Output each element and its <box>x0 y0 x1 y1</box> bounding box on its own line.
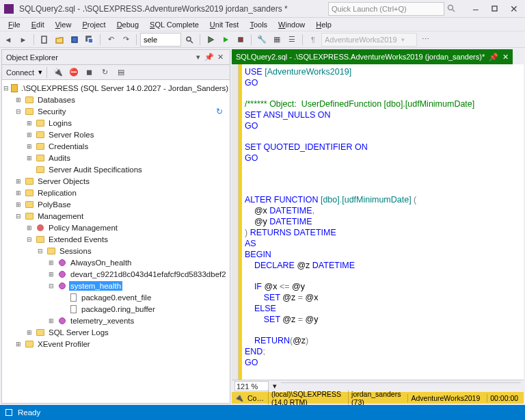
svg-rect-6 <box>88 38 93 43</box>
menu-debug[interactable]: Debug <box>111 19 144 30</box>
debug-button[interactable] <box>219 33 232 47</box>
svg-point-0 <box>448 5 453 10</box>
tree-server-roles[interactable]: ⊞Server Roles <box>3 129 228 140</box>
tree-telemetry[interactable]: ⊞telemetry_xevents <box>3 315 228 326</box>
database-selector[interactable]: AdventureWorks2019▾ <box>321 33 417 47</box>
undo-button[interactable]: ↶ <box>104 33 118 47</box>
window-title: SQLQuery2.sql - .\SQLEXPRESS.AdventureWo… <box>19 4 288 14</box>
tab-label: SQLQuery2.sql - .\SQLEXPRESS.AdventureWo… <box>236 53 485 61</box>
menu-file[interactable]: File <box>3 19 26 30</box>
restore-button[interactable] <box>488 2 502 16</box>
tree-management[interactable]: ⊟Management <box>3 210 228 222</box>
editor-pane: SQLQuery2.sql - .\SQLEXPRESS.AdventureWo… <box>232 49 524 404</box>
menu-sqlcomplete[interactable]: SQL Complete <box>144 19 204 30</box>
search-icon[interactable] <box>447 4 457 14</box>
code-editor[interactable]: USE [AdventureWorks2019] GO /****** Obje… <box>232 64 524 380</box>
save-all-button[interactable] <box>83 33 96 47</box>
menu-edit[interactable]: Edit <box>26 19 50 30</box>
toolbar-row: ◄ ► ↶ ↷ 🔧 ▦ ☰ ¶ AdventureWorks2019▾ ⋯ <box>0 31 525 48</box>
tree-pkg-ringbuffer[interactable]: ·package0.ring_buffer <box>3 303 228 315</box>
redo-button[interactable]: ↷ <box>119 33 133 47</box>
menu-tools[interactable]: Tools <box>244 19 273 30</box>
svg-rect-4 <box>72 37 77 42</box>
tree-system-health[interactable]: ⊟system_health <box>3 280 228 291</box>
app-icon <box>4 4 14 14</box>
tree-devart[interactable]: ⊞devart_c9221d8c043d41efafcf9cd5833dbef2 <box>3 268 228 280</box>
tool-stack-icon[interactable]: ☰ <box>285 33 299 47</box>
zoom-level[interactable]: 121 % <box>234 381 269 391</box>
status-time: 00:00:00 <box>487 394 521 402</box>
conn-status-icon: 🔌 <box>234 393 243 402</box>
svg-line-8 <box>191 40 193 43</box>
tree-security[interactable]: ⊟Security↻ <box>3 105 228 117</box>
svg-line-1 <box>453 10 455 12</box>
tree-polybase[interactable]: ⊞PolyBase <box>3 198 228 210</box>
nav-fwd-button[interactable]: ► <box>16 33 30 47</box>
tree-audits[interactable]: ⊞Audits <box>3 152 228 163</box>
open-button[interactable] <box>53 33 66 47</box>
status-bar: Ready <box>0 405 525 420</box>
tree-logins[interactable]: ⊞Logins <box>3 117 228 129</box>
panel-pin-button[interactable]: 📌 <box>204 52 215 63</box>
comment-button[interactable]: ¶ <box>306 33 320 47</box>
tree-policy-mgmt[interactable]: ⊞Policy Management <box>3 222 228 233</box>
quick-launch-input[interactable]: Quick Launch (Ctrl+Q) <box>328 2 444 16</box>
tool-grid-icon[interactable]: ▦ <box>270 33 284 47</box>
tree-server-node[interactable]: ⊟.\SQLEXPRESS (SQL Server 14.0.2027 - Jo… <box>3 82 228 94</box>
tree-sessions[interactable]: ⊟Sessions <box>3 245 228 257</box>
panel-close-button[interactable]: ✕ <box>215 52 226 63</box>
tree-xevent-profiler[interactable]: ⊞XEvent Profiler <box>3 338 228 350</box>
nav-back-button[interactable]: ◄ <box>1 33 15 47</box>
tree-extended-events[interactable]: ⊟Extended Events <box>3 233 228 245</box>
find-button[interactable] <box>183 33 196 47</box>
svg-rect-3 <box>42 36 46 43</box>
tool-wrench-icon[interactable]: 🔧 <box>255 33 269 47</box>
panel-menu-button[interactable]: ▾ <box>193 52 204 63</box>
svg-rect-2 <box>492 6 497 11</box>
refresh-icon[interactable]: ↻ <box>216 107 228 116</box>
connect-label[interactable]: Connect <box>6 68 34 77</box>
object-explorer-panel: Object Explorer ▾ 📌 ✕ Connect▾ 🔌 ⛔ ◼ ↻ ▤… <box>1 49 230 404</box>
tree-databases[interactable]: ⊞Databases <box>3 94 228 105</box>
tree-replication[interactable]: ⊞Replication <box>3 187 228 198</box>
tab-close-icon[interactable]: ✕ <box>502 53 509 62</box>
status-text: Ready <box>18 408 40 417</box>
toolbar-more-icon[interactable]: ⋯ <box>418 33 432 47</box>
tree-pkg-eventfile[interactable]: ·package0.event_file <box>3 291 228 303</box>
toolbar-search-input[interactable] <box>140 33 181 47</box>
menu-project[interactable]: Project <box>77 19 111 30</box>
disconnect-button[interactable]: ⛔ <box>67 66 81 79</box>
editor-tabs: SQLQuery2.sql - .\SQLEXPRESS.AdventureWo… <box>232 49 524 64</box>
close-button[interactable]: ✕ <box>507 2 521 16</box>
tree-credentials[interactable]: ⊞Credentials <box>3 140 228 152</box>
menu-help[interactable]: Help <box>310 19 337 30</box>
menu-window[interactable]: Window <box>273 19 310 30</box>
minimize-button[interactable]: – <box>469 2 483 16</box>
code-text[interactable]: USE [AdventureWorks2019] GO /****** Obje… <box>242 64 524 380</box>
editor-tab-active[interactable]: SQLQuery2.sql - .\SQLEXPRESS.AdventureWo… <box>232 49 513 64</box>
new-query-button[interactable] <box>38 33 51 47</box>
stop-conn-button[interactable]: ◼ <box>83 66 96 79</box>
svg-rect-9 <box>239 38 243 42</box>
status-db: AdventureWorks2019 <box>407 394 483 402</box>
tree-server-objects[interactable]: ⊞Server Objects <box>3 175 228 187</box>
panel-connect-bar: Connect▾ 🔌 ⛔ ◼ ↻ ▤ <box>2 65 230 80</box>
status-user: jordan_sanders (73) <box>348 390 403 406</box>
tree-alwayson[interactable]: ⊞AlwaysOn_health <box>3 257 228 268</box>
tab-pin-icon[interactable]: 📌 <box>489 53 498 62</box>
connect-button[interactable]: 🔌 <box>51 66 65 79</box>
refresh-conn-button[interactable]: ↻ <box>98 66 112 79</box>
title-bar: SQLQuery2.sql - .\SQLEXPRESS.AdventureWo… <box>0 0 525 18</box>
svg-point-7 <box>187 37 191 41</box>
tree-server-audit-specs[interactable]: ·Server Audit Specifications <box>3 163 228 175</box>
menu-view[interactable]: View <box>50 19 77 30</box>
tree-view[interactable]: ⊟.\SQLEXPRESS (SQL Server 14.0.2027 - Jo… <box>2 80 230 403</box>
tree-sqllogs[interactable]: ⊞SQL Server Logs <box>3 326 228 338</box>
status-server: (local)\SQLEXPRESS (14.0 RTM) <box>268 390 344 406</box>
stop-button[interactable] <box>234 33 247 47</box>
filter-button[interactable]: ▤ <box>114 66 128 79</box>
save-button[interactable] <box>68 33 81 47</box>
execute-button[interactable] <box>204 33 217 47</box>
status-icon <box>5 409 12 416</box>
menu-unittest[interactable]: Unit Test <box>204 19 245 30</box>
